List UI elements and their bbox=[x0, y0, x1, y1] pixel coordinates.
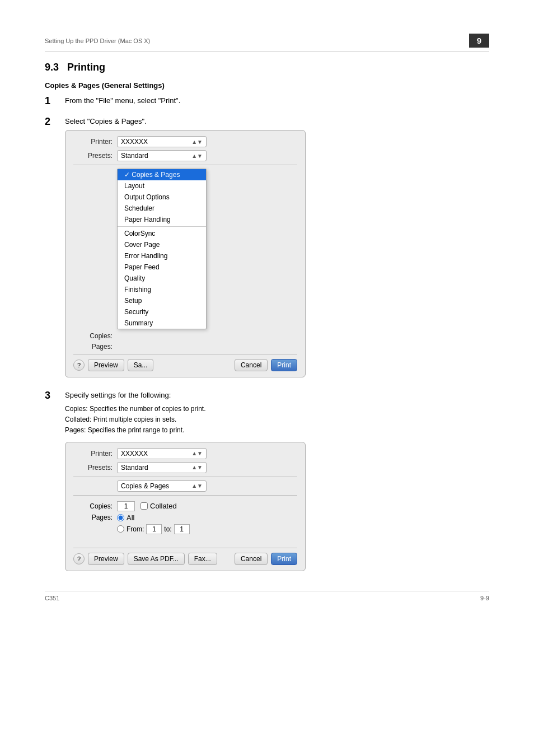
step-3-text: Specify settings for the following: bbox=[65, 391, 489, 399]
step-2-text: Select "Copies & Pages". bbox=[65, 117, 489, 125]
to-input[interactable] bbox=[174, 524, 190, 534]
footer-right: 9-9 bbox=[480, 595, 489, 601]
dialog-1: Printer: XXXXXX ▲▼ Presets: Standard ▲▼ bbox=[65, 130, 306, 377]
step-2: 2 Select "Copies & Pages". Printer: XXXX… bbox=[45, 117, 489, 383]
sub-heading: Copies & Pages (General Settings) bbox=[45, 81, 489, 90]
pages-row-all: Pages: All bbox=[73, 514, 297, 522]
printer-select[interactable]: XXXXXX ▲▼ bbox=[117, 136, 207, 147]
copies-label: Copies: bbox=[73, 502, 113, 510]
section-title: 9.3 Printing bbox=[45, 62, 489, 73]
collated-label: Collated bbox=[150, 502, 177, 510]
cancel-button-1[interactable]: Cancel bbox=[235, 359, 268, 371]
d2-panel-select-arrow: ▲▼ bbox=[191, 483, 203, 489]
d2-printer-label: Printer: bbox=[73, 450, 113, 458]
fax-button[interactable]: Fax... bbox=[188, 553, 217, 565]
save-as-pdf-button[interactable]: Save As PDF... bbox=[128, 553, 185, 565]
dropdown-copies-pages[interactable]: ✓ Copies & Pages bbox=[118, 169, 206, 180]
step-3: 3 Specify settings for the following: Co… bbox=[45, 391, 489, 577]
dialog2-presets-row: Presets: Standard ▲▼ bbox=[73, 462, 297, 473]
printer-label: Printer: bbox=[73, 138, 113, 146]
step-3-num: 3 bbox=[45, 390, 65, 402]
dropdown-layout[interactable]: Layout bbox=[118, 180, 206, 192]
dropdown-cover-page[interactable]: Cover Page bbox=[118, 239, 206, 250]
dropdown-setup[interactable]: Setup bbox=[118, 295, 206, 306]
dialog1-panel-row: ✓ Copies & Pages Layout Output Options S… bbox=[73, 169, 297, 329]
step-1-num: 1 bbox=[45, 95, 65, 107]
d2-presets-select[interactable]: Standard ▲▼ bbox=[117, 462, 207, 473]
dialog1-pages-row: Pages: bbox=[73, 343, 297, 351]
dialog2-panel-row: Copies & Pages ▲▼ bbox=[73, 480, 297, 492]
panel-dropdown[interactable]: ✓ Copies & Pages Layout Output Options S… bbox=[117, 169, 207, 329]
dialog1-printer-row: Printer: XXXXXX ▲▼ bbox=[73, 136, 297, 147]
step3-desc-pages: Pages: Specifies the print range to prin… bbox=[65, 425, 489, 436]
dialog1-copies-row: Copies: bbox=[73, 332, 297, 340]
dialog-2: Printer: XXXXXX ▲▼ Presets: Standard ▲▼ bbox=[65, 442, 306, 571]
dialog2-footer: ? Preview Save As PDF... Fax... Cancel P… bbox=[73, 553, 297, 565]
presets-select-arrow: ▲▼ bbox=[191, 153, 203, 159]
presets-select[interactable]: Standard ▲▼ bbox=[117, 150, 207, 161]
d2-printer-select[interactable]: XXXXXX ▲▼ bbox=[117, 448, 207, 459]
copies-row: Copies: Collated bbox=[73, 501, 297, 511]
dropdown-output-options[interactable]: Output Options bbox=[118, 192, 206, 203]
preview-button-1[interactable]: Preview bbox=[88, 359, 124, 371]
printer-select-arrow: ▲▼ bbox=[191, 139, 203, 145]
dropdown-finishing[interactable]: Finishing bbox=[118, 284, 206, 295]
d2-panel-select[interactable]: Copies & Pages ▲▼ bbox=[117, 480, 207, 492]
step3-description: Copies: Specifies the number of copies t… bbox=[65, 404, 489, 436]
pages-label: Pages: bbox=[73, 514, 113, 521]
from-input[interactable] bbox=[146, 524, 162, 534]
to-label: to: bbox=[164, 525, 171, 533]
dialog2-printer-row: Printer: XXXXXX ▲▼ bbox=[73, 448, 297, 459]
step-1-text: From the "File" menu, select "Print". bbox=[65, 96, 489, 105]
dropdown-scheduler[interactable]: Scheduler bbox=[118, 203, 206, 214]
all-radio[interactable] bbox=[117, 514, 124, 521]
save-button-1[interactable]: Sa... bbox=[128, 359, 154, 371]
step-1: 1 From the "File" menu, select "Print". bbox=[45, 96, 489, 109]
pages-row-from: From: to: bbox=[73, 524, 297, 534]
step-2-num: 2 bbox=[45, 116, 65, 128]
step3-desc-copies: Copies: Specifies the number of copies t… bbox=[65, 404, 489, 414]
help-button-1[interactable]: ? bbox=[73, 360, 85, 371]
copies-pages-area: Copies: Collated Pages: All bbox=[73, 499, 297, 539]
dropdown-error-handling[interactable]: Error Handling bbox=[118, 250, 206, 262]
dialog1-presets-row: Presets: Standard ▲▼ bbox=[73, 150, 297, 161]
dropdown-paper-handling[interactable]: Paper Handling bbox=[118, 214, 206, 225]
dialog1-copies-label: Copies: bbox=[73, 332, 113, 340]
dropdown-quality[interactable]: Quality bbox=[118, 273, 206, 284]
dropdown-summary[interactable]: Summary bbox=[118, 318, 206, 329]
dialog1-pages-label: Pages: bbox=[73, 343, 113, 351]
d2-printer-select-arrow: ▲▼ bbox=[191, 450, 203, 456]
chapter-badge: 9 bbox=[469, 34, 489, 48]
d2-presets-label: Presets: bbox=[73, 464, 113, 472]
dialog1-footer: ? Preview Sa... Cancel Print bbox=[73, 359, 297, 371]
help-button-2[interactable]: ? bbox=[73, 553, 85, 564]
dropdown-security[interactable]: Security bbox=[118, 306, 206, 318]
copies-input[interactable] bbox=[117, 501, 135, 511]
page-footer: C351 9-9 bbox=[45, 591, 489, 601]
all-label: All bbox=[127, 514, 134, 522]
from-label: From: bbox=[127, 525, 144, 533]
preview-button-2[interactable]: Preview bbox=[88, 553, 124, 565]
cancel-button-2[interactable]: Cancel bbox=[235, 553, 268, 565]
header-text: Setting Up the PPD Driver (Mac OS X) bbox=[45, 38, 150, 44]
step3-desc-collated: Collated: Print multiple copies in sets. bbox=[65, 414, 489, 425]
presets-label: Presets: bbox=[73, 152, 113, 160]
d2-presets-select-arrow: ▲▼ bbox=[191, 464, 203, 470]
dropdown-colorsync[interactable]: ColorSync bbox=[118, 228, 206, 239]
dropdown-paper-feed[interactable]: Paper Feed bbox=[118, 262, 206, 273]
from-radio[interactable] bbox=[117, 525, 124, 533]
print-button-1[interactable]: Print bbox=[271, 359, 297, 371]
footer-left: C351 bbox=[45, 595, 59, 601]
print-button-2[interactable]: Print bbox=[271, 553, 297, 565]
collated-checkbox[interactable] bbox=[140, 502, 148, 510]
